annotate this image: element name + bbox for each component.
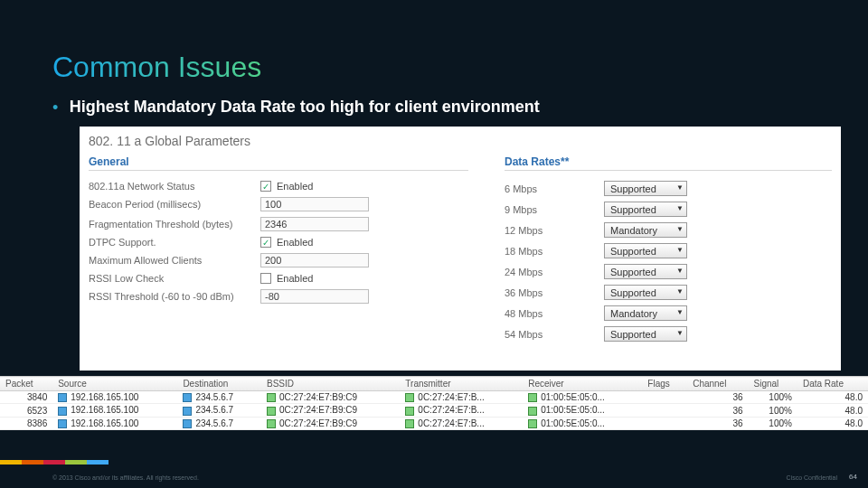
checkbox[interactable]: ✓ (260, 181, 271, 192)
mac-icon (405, 393, 414, 402)
slide-title: Common Issues (52, 51, 261, 84)
rate-row: 24 MbpsSupported (505, 261, 832, 282)
general-header: General (89, 155, 468, 171)
col-signal[interactable]: Signal (749, 377, 797, 391)
col-source[interactable]: Source (52, 377, 177, 391)
rate-row: 9 MbpsSupported (505, 199, 832, 220)
input[interactable]: 2346 (260, 217, 369, 231)
col-data-rate[interactable]: Data Rate (797, 377, 868, 391)
rate-row: 6 MbpsSupported (505, 178, 832, 199)
host-icon (183, 407, 192, 416)
checkbox-label: Enabled (277, 181, 313, 192)
row-network-status: 802.11a Network Status ✓ Enabled (89, 178, 468, 194)
checkbox-label: Enabled (277, 273, 313, 284)
row-dtpc: DTPC Support. ✓ Enabled (89, 234, 468, 250)
label: Maximum Allowed Clients (89, 255, 260, 266)
rate-select[interactable]: Supported (604, 202, 687, 217)
wlc-panel: 802. 11 a Global Parameters General 802.… (80, 127, 841, 371)
packet-capture-table: Packet Source Destination BSSID Transmit… (0, 376, 868, 430)
mac-icon (528, 407, 537, 416)
mac-icon (405, 419, 414, 428)
col-receiver[interactable]: Receiver (523, 377, 642, 391)
host-icon (58, 419, 67, 428)
bullet-icon: • (52, 99, 58, 117)
input[interactable]: 100 (260, 197, 369, 211)
rate-select[interactable]: Supported (604, 326, 687, 342)
label: Beacon Period (millisecs) (89, 199, 260, 210)
checkbox[interactable] (260, 273, 271, 284)
rate-select[interactable]: Supported (604, 264, 687, 279)
mac-icon (267, 407, 276, 416)
mac-icon (267, 393, 276, 402)
input[interactable]: 200 (260, 253, 369, 267)
rate-row: 12 MbpsMandatory (505, 220, 832, 240)
slide: Common Issues • Highest Mandatory Data R… (0, 0, 868, 488)
mac-icon (267, 419, 276, 428)
host-icon (183, 393, 192, 402)
col-destination[interactable]: Destination (177, 377, 261, 391)
rate-select[interactable]: Mandatory (604, 222, 687, 238)
row-rssi-low: RSSI Low Check Enabled (89, 270, 468, 286)
rate-select[interactable]: Supported (604, 181, 687, 196)
panel-heading: 802. 11 a Global Parameters (89, 130, 832, 155)
table-row[interactable]: 3840 192.168.165.100 234.5.6.7 0C:27:24:… (0, 391, 868, 404)
row-max-clients: Maximum Allowed Clients 200 (89, 250, 468, 270)
mac-icon (528, 393, 537, 402)
col-transmitter[interactable]: Transmitter (400, 377, 523, 391)
label: Fragmentation Threshold (bytes) (89, 219, 260, 230)
host-icon (58, 407, 67, 416)
bullet-text: Highest Mandatory Data Rate too high for… (70, 98, 540, 116)
bullet-item: • Highest Mandatory Data Rate too high f… (52, 98, 540, 117)
footer-page-number: 64 (849, 473, 857, 481)
row-beacon-period: Beacon Period (millisecs) 100 (89, 194, 468, 214)
col-channel[interactable]: Channel (687, 377, 748, 391)
datarates-header: Data Rates** (505, 155, 832, 171)
label: RSSI Threshold (-60 to -90 dBm) (89, 291, 260, 302)
general-column: General 802.11a Network Status ✓ Enabled… (89, 155, 468, 344)
row-frag-threshold: Fragmentation Threshold (bytes) 2346 (89, 214, 468, 234)
host-icon (183, 419, 192, 428)
rate-select[interactable]: Supported (604, 285, 687, 300)
label: RSSI Low Check (89, 273, 260, 284)
rate-select[interactable]: Mandatory (604, 305, 687, 321)
mac-icon (405, 407, 414, 416)
rate-row: 36 MbpsSupported (505, 282, 832, 303)
checkbox[interactable]: ✓ (260, 237, 271, 248)
table-header-row: Packet Source Destination BSSID Transmit… (0, 377, 868, 391)
checkbox-label: Enabled (277, 237, 313, 248)
col-bssid[interactable]: BSSID (261, 377, 400, 391)
col-flags[interactable]: Flags (642, 377, 687, 391)
host-icon (58, 393, 67, 402)
label: 802.11a Network Status (89, 181, 260, 192)
label: DTPC Support. (89, 237, 260, 248)
col-packet[interactable]: Packet (0, 377, 52, 391)
datarates-column: Data Rates** 6 MbpsSupported 9 MbpsSuppo… (505, 155, 832, 344)
input[interactable]: -80 (260, 289, 369, 304)
rate-row: 18 MbpsSupported (505, 240, 832, 261)
mac-icon (528, 419, 537, 428)
table-row[interactable]: 8386 192.168.165.100 234.5.6.7 0C:27:24:… (0, 417, 868, 429)
rate-row: 54 MbpsSupported (505, 324, 832, 344)
footer-confidential: Cisco Confidential (787, 474, 837, 481)
rate-row: 48 MbpsMandatory (505, 303, 832, 324)
row-rssi-threshold: RSSI Threshold (-60 to -90 dBm) -80 (89, 286, 468, 306)
footer-copyright: © 2013 Cisco and/or its affiliates. All … (52, 474, 199, 481)
table-row[interactable]: 6523 192.168.165.100 234.5.6.7 0C:27:24:… (0, 404, 868, 417)
rate-select[interactable]: Supported (604, 243, 687, 258)
